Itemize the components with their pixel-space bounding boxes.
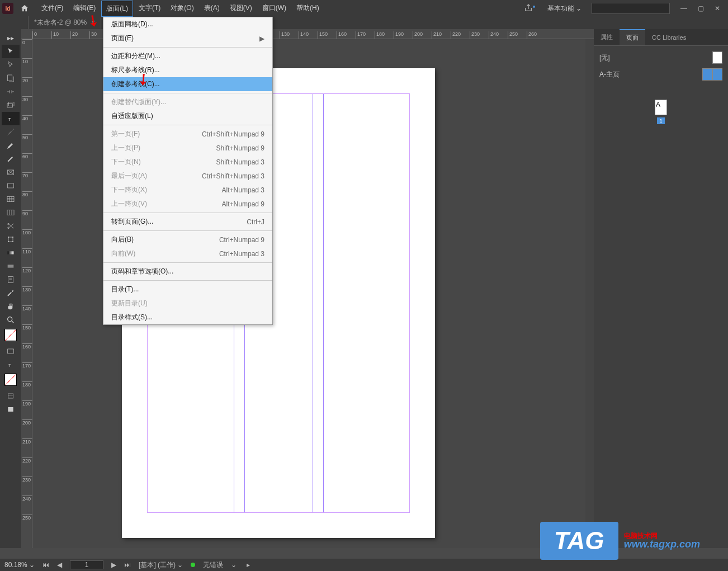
menu-item: 创建替代版面(Y)... bbox=[103, 95, 272, 109]
line-tool[interactable] bbox=[2, 125, 20, 139]
view-mode-normal[interactable] bbox=[2, 389, 20, 403]
ruler-vertical[interactable]: 0102030405060708090100110120130140150160… bbox=[21, 39, 32, 548]
text-format-icon[interactable]: T bbox=[2, 358, 20, 371]
ruler-tick: 260 bbox=[527, 31, 537, 39]
pen-tool[interactable] bbox=[2, 139, 20, 152]
menu-item[interactable]: 边距和分栏(M)... bbox=[103, 49, 272, 63]
svg-rect-0 bbox=[8, 75, 12, 81]
page-nav-next-icon[interactable]: ▶ bbox=[111, 561, 116, 569]
close-tab-icon[interactable]: × bbox=[91, 18, 95, 26]
gap-tool[interactable] bbox=[2, 85, 20, 98]
panel-tab-页面[interactable]: 页面 bbox=[620, 29, 645, 45]
ruler-tick: 170 bbox=[356, 31, 366, 39]
panel-tab-属性[interactable]: 属性 bbox=[594, 30, 620, 45]
container-format-icon[interactable] bbox=[2, 345, 20, 358]
menu-item[interactable]: 转到页面(G)...Ctrl+J bbox=[103, 215, 272, 229]
eyedropper-tool[interactable] bbox=[2, 286, 20, 300]
zoom-tool[interactable] bbox=[2, 313, 20, 327]
chevron-right-icon[interactable]: ▸ bbox=[247, 561, 250, 569]
search-input[interactable] bbox=[592, 3, 670, 14]
panel-tab-CC Libraries[interactable]: CC Libraries bbox=[645, 31, 693, 44]
ruler-tick: 10 bbox=[51, 31, 59, 39]
rectangle-tool[interactable] bbox=[2, 179, 20, 192]
ruler-tick: 190 bbox=[394, 31, 404, 39]
menu-h[interactable]: 帮助(H) bbox=[292, 1, 324, 17]
gradient-feather-tool[interactable] bbox=[2, 259, 20, 273]
close-button[interactable]: ✕ bbox=[709, 3, 726, 14]
apply-color-swatch[interactable] bbox=[4, 374, 17, 386]
minimize-button[interactable]: — bbox=[675, 3, 692, 14]
menu-f[interactable]: 文件(F) bbox=[37, 1, 68, 17]
menu-item[interactable]: 自适应版面(L) bbox=[103, 109, 272, 123]
hand-tool[interactable] bbox=[2, 300, 20, 313]
ruler-tick: 220 bbox=[22, 457, 32, 464]
layout-name[interactable]: [基本] (工作) ⌄ bbox=[139, 560, 183, 570]
page-nav-last-icon[interactable]: ⏭ bbox=[124, 561, 131, 569]
ruler-tick: 130 bbox=[280, 31, 290, 39]
ruler-tick: 240 bbox=[22, 496, 32, 502]
rectangle-frame-tool[interactable] bbox=[2, 166, 20, 179]
master-none-row[interactable]: [无] bbox=[599, 49, 722, 66]
workspace-selector[interactable]: 基本功能 ⌄ bbox=[543, 2, 586, 16]
master-thumb[interactable] bbox=[712, 68, 722, 81]
menu-t[interactable]: 文字(T) bbox=[134, 1, 165, 17]
home-icon[interactable] bbox=[18, 2, 31, 15]
ruler-origin[interactable] bbox=[21, 29, 32, 39]
ruler-tick: 160 bbox=[22, 343, 32, 350]
direct-selection-tool[interactable] bbox=[2, 58, 20, 72]
scissors-tool[interactable] bbox=[2, 219, 20, 233]
ruler-tick: 110 bbox=[22, 248, 32, 254]
master-thumb[interactable] bbox=[712, 51, 722, 64]
view-mode-preview[interactable] bbox=[2, 403, 20, 416]
ruler-tick: 20 bbox=[70, 31, 78, 39]
page-nav-prev-icon[interactable]: ◀ bbox=[57, 561, 62, 569]
menu-item[interactable]: 版面网格(D)... bbox=[103, 17, 272, 31]
page-tool[interactable] bbox=[2, 72, 20, 85]
chevron-down-icon: ⌄ bbox=[231, 561, 237, 569]
menu-item[interactable]: 页码和章节选项(O)... bbox=[103, 265, 272, 279]
pencil-tool[interactable] bbox=[2, 152, 20, 166]
tag-text: 电脑技术网 www.tagxp.com bbox=[624, 532, 700, 549]
ruler-tick: 50 bbox=[22, 134, 32, 140]
grid-tool-2[interactable] bbox=[2, 206, 20, 219]
watermark-overlay: TAG 电脑技术网 www.tagxp.com bbox=[540, 522, 700, 560]
free-transform-tool[interactable] bbox=[2, 233, 20, 246]
menu-w[interactable]: 窗口(W) bbox=[258, 1, 291, 17]
menu-separator bbox=[103, 230, 272, 231]
master-thumb[interactable] bbox=[702, 68, 712, 81]
menu-separator bbox=[103, 213, 272, 213]
grid-tool[interactable] bbox=[2, 192, 20, 206]
page-thumbnail[interactable]: A bbox=[655, 100, 667, 115]
tag-url: www.tagxp.com bbox=[624, 539, 700, 549]
menu-item[interactable]: 创建参考线(C)... bbox=[103, 77, 272, 91]
master-a-row[interactable]: A-主页 bbox=[599, 66, 722, 83]
menu-item[interactable]: 目录(T)... bbox=[103, 282, 272, 296]
menu-item[interactable]: 页面(E)▶ bbox=[103, 31, 272, 45]
menu-l[interactable]: 版面(L) bbox=[101, 1, 133, 17]
menu-item[interactable]: 目录样式(S)... bbox=[103, 310, 272, 324]
page-nav-first-icon[interactable]: ⏮ bbox=[42, 561, 49, 569]
menu-e[interactable]: 编辑(E) bbox=[69, 1, 100, 17]
content-collector-tool[interactable] bbox=[2, 98, 20, 112]
maximize-button[interactable]: ▢ bbox=[692, 3, 709, 14]
svg-point-18 bbox=[8, 317, 12, 322]
note-tool[interactable] bbox=[2, 273, 20, 286]
expand-icon[interactable]: ▸▸ bbox=[2, 31, 20, 45]
selection-tool[interactable] bbox=[2, 45, 20, 58]
menu-item[interactable]: 标尺参考线(R)... bbox=[103, 63, 272, 77]
document-tab[interactable]: *未命名-2 @ 80%× bbox=[28, 16, 101, 29]
fill-stroke-swatch[interactable] bbox=[4, 329, 17, 341]
scrollbar-vertical[interactable] bbox=[585, 39, 594, 548]
menu-v[interactable]: 视图(V) bbox=[225, 1, 257, 17]
zoom-display[interactable]: 80.18% ⌄ bbox=[4, 561, 35, 569]
type-tool[interactable]: T bbox=[2, 112, 20, 125]
menu-o[interactable]: 对象(O) bbox=[166, 1, 198, 17]
menu-item[interactable]: 向后(B)Ctrl+Numpad 9 bbox=[103, 233, 272, 247]
menu-a[interactable]: 表(A) bbox=[200, 1, 224, 17]
statusbar: 80.18% ⌄ ⏮ ◀ ▶ ⏭ [基本] (工作) ⌄ 无错误 ⌄ ▸ bbox=[0, 559, 728, 571]
share-icon[interactable] bbox=[524, 3, 537, 14]
errors-label[interactable]: 无错误 bbox=[203, 560, 223, 570]
page-number-input[interactable] bbox=[70, 560, 103, 569]
gradient-swatch-tool[interactable] bbox=[2, 246, 20, 259]
menu-item: 最后一页(A)Ctrl+Shift+Numpad 3 bbox=[103, 169, 272, 183]
